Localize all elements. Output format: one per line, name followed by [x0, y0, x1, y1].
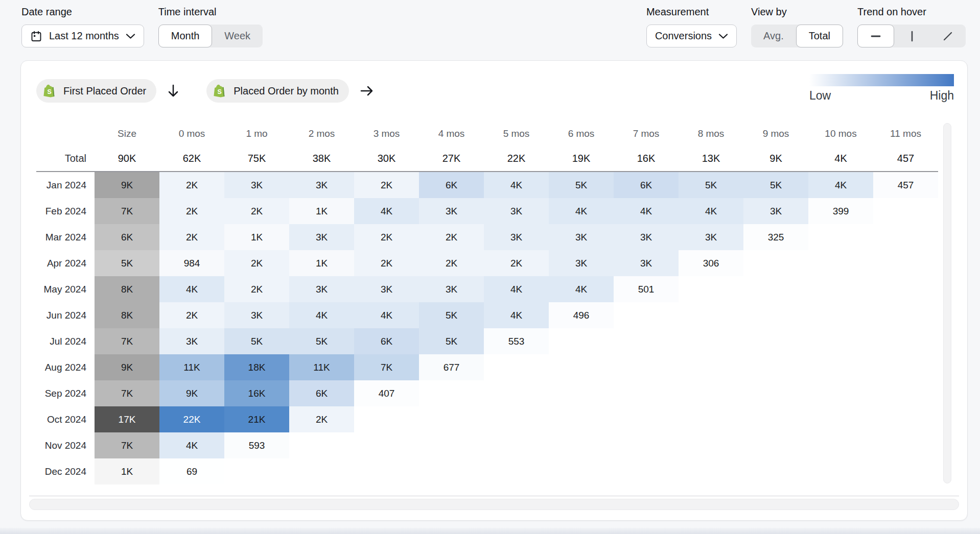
heatmap-cell[interactable]: 457 [873, 172, 938, 198]
heatmap-cell[interactable]: 2K [354, 172, 419, 198]
avg-toggle-button[interactable]: Avg. [751, 25, 796, 47]
heatmap-cell[interactable]: 16K [224, 380, 289, 406]
heatmap-cell[interactable]: 4K [549, 198, 614, 224]
heatmap-cell[interactable]: 4K [354, 302, 419, 328]
date-range-dropdown[interactable]: Last 12 months [21, 25, 144, 47]
heatmap-cell[interactable]: 4K [354, 198, 419, 224]
heatmap-cell[interactable]: 2K [354, 250, 419, 276]
cohort-size-cell[interactable]: 5K [95, 250, 159, 276]
heatmap-cell[interactable]: 4K [484, 302, 549, 328]
heatmap-cell[interactable]: 2K [484, 250, 549, 276]
heatmap-cell[interactable]: 553 [484, 328, 549, 354]
trend-diagonal-line-button[interactable] [930, 25, 966, 47]
cohort-size-cell[interactable]: 7K [95, 328, 159, 354]
total-toggle-button[interactable]: Total [796, 25, 843, 47]
heatmap-cell[interactable]: 3K [549, 224, 614, 250]
cohort-size-cell[interactable]: 9K [95, 354, 159, 380]
cohort-size-cell[interactable]: 6K [95, 224, 159, 250]
heatmap-cell[interactable]: 3K [224, 302, 289, 328]
heatmap-cell[interactable]: 9K [159, 380, 224, 406]
heatmap-cell[interactable]: 677 [419, 354, 484, 380]
trend-vertical-line-button[interactable] [894, 25, 930, 47]
heatmap-cell[interactable]: 3K [743, 198, 808, 224]
heatmap-cell[interactable]: 3K [159, 328, 224, 354]
heatmap-cell[interactable]: 69 [159, 458, 224, 484]
heatmap-cell[interactable]: 3K [224, 172, 289, 198]
heatmap-cell[interactable]: 4K [484, 172, 549, 198]
heatmap-cell[interactable]: 2K [224, 276, 289, 302]
return-event-pill[interactable]: S Placed Order by month [206, 79, 349, 103]
heatmap-cell[interactable]: 5K [743, 172, 808, 198]
trend-horizontal-line-button[interactable] [857, 25, 894, 47]
heatmap-cell[interactable]: 325 [743, 224, 808, 250]
heatmap-cell[interactable]: 3K [289, 172, 354, 198]
heatmap-cell[interactable]: 3K [484, 224, 549, 250]
heatmap-cell[interactable]: 2K [159, 302, 224, 328]
heatmap-cell[interactable]: 2K [159, 172, 224, 198]
heatmap-cell[interactable]: 21K [224, 406, 289, 432]
heatmap-cell[interactable]: 6K [289, 380, 354, 406]
heatmap-cell[interactable]: 2K [159, 198, 224, 224]
vertical-scrollbar[interactable] [943, 123, 951, 483]
heatmap-cell[interactable]: 3K [549, 250, 614, 276]
heatmap-cell[interactable]: 496 [549, 302, 614, 328]
heatmap-cell[interactable]: 4K [808, 172, 873, 198]
heatmap-cell[interactable]: 3K [419, 198, 484, 224]
cohort-size-cell[interactable]: 8K [95, 276, 159, 302]
heatmap-cell[interactable]: 18K [224, 354, 289, 380]
heatmap-cell[interactable]: 2K [224, 250, 289, 276]
heatmap-cell[interactable]: 399 [808, 198, 873, 224]
heatmap-cell[interactable]: 3K [484, 198, 549, 224]
heatmap-cell[interactable]: 11K [159, 354, 224, 380]
heatmap-cell[interactable]: 4K [484, 276, 549, 302]
heatmap-cell[interactable]: 22K [159, 406, 224, 432]
start-event-pill[interactable]: S First Placed Order [36, 79, 156, 103]
cohort-size-cell[interactable]: 17K [95, 406, 159, 432]
heatmap-cell[interactable]: 4K [679, 198, 743, 224]
heatmap-cell[interactable]: 4K [549, 276, 614, 302]
heatmap-cell[interactable]: 6K [614, 172, 679, 198]
heatmap-cell[interactable]: 6K [419, 172, 484, 198]
heatmap-cell[interactable]: 3K [289, 276, 354, 302]
heatmap-cell[interactable]: 5K [419, 302, 484, 328]
heatmap-cell[interactable]: 11K [289, 354, 354, 380]
heatmap-cell[interactable]: 3K [419, 276, 484, 302]
cohort-size-cell[interactable]: 7K [95, 380, 159, 406]
heatmap-cell[interactable]: 2K [419, 224, 484, 250]
heatmap-cell[interactable]: 4K [159, 432, 224, 458]
heatmap-cell[interactable]: 6K [354, 328, 419, 354]
heatmap-cell[interactable]: 1K [289, 198, 354, 224]
heatmap-cell[interactable]: 3K [679, 224, 743, 250]
heatmap-cell[interactable]: 3K [614, 224, 679, 250]
heatmap-cell[interactable]: 2K [354, 224, 419, 250]
heatmap-cell[interactable]: 2K [419, 250, 484, 276]
horizontal-scrollbar[interactable] [29, 499, 959, 510]
week-toggle-button[interactable]: Week [212, 25, 263, 47]
month-toggle-button[interactable]: Month [158, 25, 213, 47]
heatmap-cell[interactable]: 5K [419, 328, 484, 354]
cohort-size-cell[interactable]: 7K [95, 432, 159, 458]
heatmap-cell[interactable]: 3K [614, 250, 679, 276]
heatmap-cell[interactable]: 4K [159, 276, 224, 302]
heatmap-cell[interactable]: 5K [549, 172, 614, 198]
heatmap-cell[interactable]: 4K [614, 198, 679, 224]
heatmap-cell[interactable]: 2K [224, 198, 289, 224]
heatmap-cell[interactable]: 2K [289, 406, 354, 432]
heatmap-cell[interactable]: 3K [354, 276, 419, 302]
heatmap-cell[interactable]: 5K [224, 328, 289, 354]
heatmap-cell[interactable]: 5K [679, 172, 743, 198]
heatmap-cell[interactable]: 4K [289, 302, 354, 328]
heatmap-cell[interactable]: 2K [159, 224, 224, 250]
measurement-dropdown[interactable]: Conversions [646, 25, 737, 47]
heatmap-cell[interactable]: 306 [679, 250, 743, 276]
cohort-size-cell[interactable]: 7K [95, 198, 159, 224]
heatmap-cell[interactable]: 7K [354, 354, 419, 380]
heatmap-cell[interactable]: 984 [159, 250, 224, 276]
cohort-size-cell[interactable]: 8K [95, 302, 159, 328]
heatmap-cell[interactable]: 5K [289, 328, 354, 354]
cohort-size-cell[interactable]: 1K [95, 458, 159, 484]
cohort-size-cell[interactable]: 9K [95, 172, 159, 198]
heatmap-cell[interactable]: 1K [289, 250, 354, 276]
heatmap-cell[interactable]: 3K [289, 224, 354, 250]
heatmap-cell[interactable]: 501 [614, 276, 679, 302]
